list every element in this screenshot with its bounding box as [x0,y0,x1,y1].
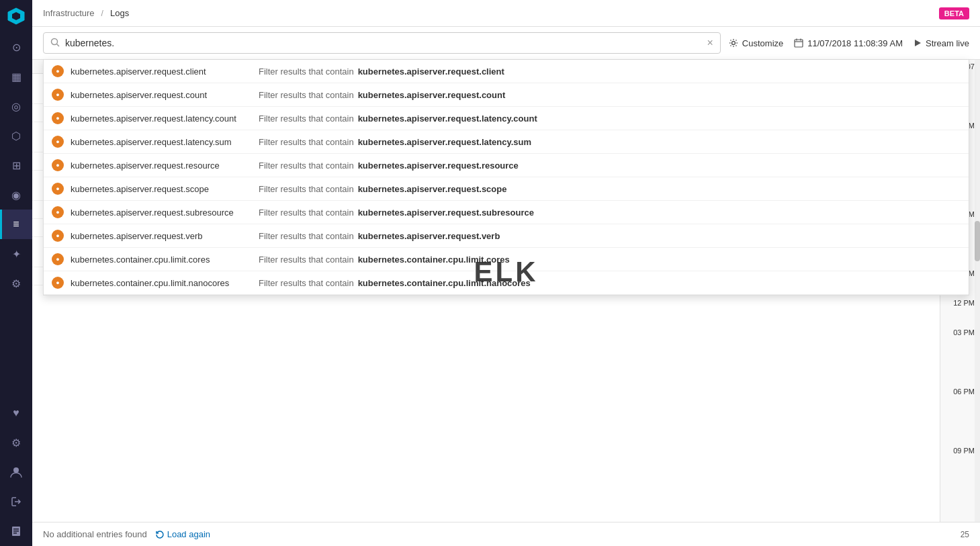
filter-value: kubernetes.container.cpu.limit.cores [358,255,510,265]
autocomplete-item[interactable]: ● kubernetes.apiserver.request.latency.s… [44,130,969,154]
logo[interactable] [0,0,32,32]
svg-rect-3 [13,531,19,532]
filter-text: Filter results that contain [259,184,354,194]
filter-text: Filter results that contain [259,161,354,171]
autocomplete-item[interactable]: ● kubernetes.apiserver.request.subresour… [44,201,969,224]
svg-rect-8 [795,40,803,47]
sidebar-icon-docs[interactable] [0,516,32,546]
field-name: kubernetes.container.cpu.limit.cores [71,255,259,265]
main-content: Infrastructure / Logs BETA kubernetes. × [32,0,980,546]
svg-line-6 [57,44,60,46]
svg-marker-12 [915,40,921,46]
svg-point-0 [13,467,19,473]
sidebar-icon-settings[interactable]: ⚙ [0,428,32,457]
field-type-icon: ● [52,206,64,218]
field-name: kubernetes.apiserver.request.scope [71,184,259,194]
sidebar-icon-radar[interactable]: ◉ [0,180,32,210]
field-name: kubernetes.apiserver.request.latency.sum [71,137,259,147]
bottom-bar: No additional entries found Load again 2… [32,522,980,546]
field-name: kubernetes.container.cpu.limit.nanocores [71,278,259,288]
search-bar-container: kubernetes. × Customize 11/07/2018 11:08… [32,27,980,60]
sidebar-icon-logout[interactable] [0,487,32,516]
filter-value: kubernetes.container.cpu.limit.nanocores [358,278,531,288]
sidebar-icon-security[interactable]: ⬡ [0,121,32,150]
topbar: Infrastructure / Logs BETA [32,0,980,27]
sidebar-icon-tools[interactable]: ⚙ [0,269,32,298]
load-again-button[interactable]: Load again [155,529,210,539]
field-type-icon: ● [52,89,64,101]
field-name: kubernetes.apiserver.request.subresource [71,208,259,218]
field-type-icon: ● [52,136,64,148]
stream-live-button[interactable]: Stream live [914,38,969,48]
svg-rect-2 [13,529,19,530]
scrollbar-thumb[interactable] [975,221,980,261]
sidebar-icon-home[interactable]: ⊙ [0,32,32,62]
page-number: 25 [961,530,969,539]
autocomplete-dropdown: ● kubernetes.apiserver.request.client Fi… [43,60,969,295]
search-icon [50,38,60,49]
sidebar-icon-chart[interactable]: ▦ [0,62,32,91]
autocomplete-item[interactable]: ● kubernetes.apiserver.request.latency.c… [44,107,969,130]
sidebar-icon-heart[interactable]: ♥ [0,398,32,428]
filter-text: Filter results that contain [259,90,354,100]
filter-value: kubernetes.apiserver.request.subresource [358,208,534,218]
autocomplete-item[interactable]: ● kubernetes.apiserver.request.verb Filt… [44,224,969,248]
clear-search-button[interactable]: × [707,37,713,49]
filter-value: kubernetes.apiserver.request.scope [358,184,507,194]
field-type-icon: ● [52,65,64,77]
field-name: kubernetes.apiserver.request.latency.cou… [71,113,259,124]
breadcrumb-current: Logs [110,8,129,18]
svg-rect-4 [13,533,17,534]
filter-text: Filter results that contain [259,66,354,77]
filter-text: Filter results that contain [259,278,354,288]
autocomplete-item[interactable]: ● kubernetes.apiserver.request.count Fil… [44,83,969,107]
field-type-icon: ● [52,112,64,124]
field-name: kubernetes.apiserver.request.count [71,90,259,100]
field-name: kubernetes.apiserver.request.verb [71,231,259,241]
search-input-wrapper: kubernetes. × [43,32,721,54]
sidebar-icon-discover[interactable]: ◎ [0,91,32,121]
filter-text: Filter results that contain [259,231,354,241]
autocomplete-item[interactable]: ● kubernetes.container.cpu.limit.cores F… [44,248,969,271]
svg-point-5 [52,38,58,44]
filter-value: kubernetes.apiserver.request.latency.cou… [358,113,537,124]
filter-text: Filter results that contain [259,113,354,124]
sidebar-icon-logs[interactable]: ≡ [0,210,32,239]
breadcrumb-parent[interactable]: Infrastructure [43,8,95,18]
sidebar-icon-user[interactable] [0,457,32,487]
autocomplete-item[interactable]: ● kubernetes.container.cpu.limit.nanocor… [44,271,969,295]
autocomplete-item[interactable]: ● kubernetes.apiserver.request.scope Fil… [44,177,969,201]
field-type-icon: ● [52,277,64,289]
filter-text: Filter results that contain [259,137,354,147]
autocomplete-item[interactable]: ● kubernetes.apiserver.request.client Fi… [44,60,969,83]
field-type-icon: ● [52,230,64,242]
filter-value: kubernetes.apiserver.request.client [358,66,504,77]
sidebar: ⊙ ▦ ◎ ⬡ ⊞ ◉ ≡ ✦ ⚙ ♥ ⚙ [0,0,32,546]
scrollbar-track[interactable] [975,60,980,522]
filter-value: kubernetes.apiserver.request.resource [358,161,519,171]
filter-text: Filter results that contain [259,255,354,265]
field-type-icon: ● [52,253,64,265]
filter-value: kubernetes.apiserver.request.verb [358,231,500,241]
svg-point-7 [731,42,735,45]
field-type-icon: ● [52,159,64,171]
filter-value: kubernetes.apiserver.request.count [358,90,506,100]
filter-value: kubernetes.apiserver.request.latency.sum [358,137,531,147]
sidebar-icon-map[interactable]: ⊞ [0,150,32,180]
no-entries-text: No additional entries found [43,529,147,539]
datetime-button[interactable]: 11/07/2018 11:08:39 AM [794,38,903,48]
toolbar-right: Customize 11/07/2018 11:08:39 AM Stream … [729,38,969,48]
breadcrumb-separator: / [101,9,103,18]
customize-button[interactable]: Customize [729,38,783,48]
field-type-icon: ● [52,183,64,195]
search-input[interactable]: kubernetes. [65,38,707,48]
beta-badge: BETA [939,7,969,19]
filter-text: Filter results that contain [259,208,354,218]
sidebar-icon-nodes[interactable]: ✦ [0,239,32,269]
field-name: kubernetes.apiserver.request.client [71,66,259,77]
autocomplete-item[interactable]: ● kubernetes.apiserver.request.resource … [44,154,969,177]
search-bar: kubernetes. × Customize 11/07/2018 11:08… [32,27,980,60]
field-name: kubernetes.apiserver.request.resource [71,161,259,171]
